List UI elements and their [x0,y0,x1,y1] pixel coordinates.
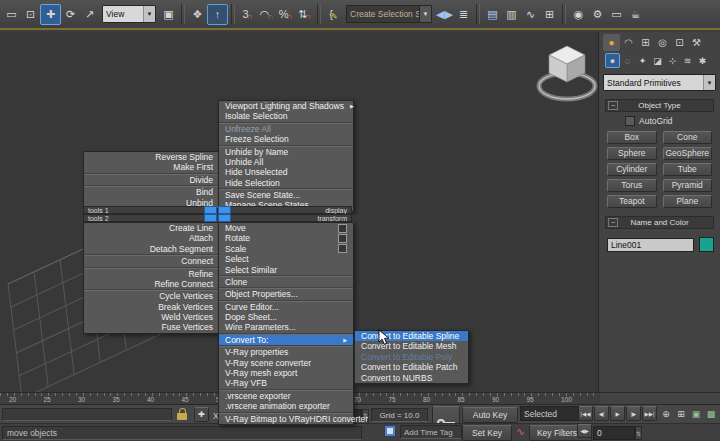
play-button[interactable]: ▶ [610,406,625,421]
box-button[interactable]: Box [607,131,657,144]
next-frame-button[interactable]: |▶ [626,406,641,421]
menu-item-refine[interactable]: Refine [84,269,219,279]
graphite-modeling-ribbon-icon[interactable]: ▥ [502,4,521,25]
menu-item-reverse-spline[interactable]: Reverse Spline [84,152,219,162]
menu-item-break-vertices[interactable]: Break Vertices [84,302,219,312]
object-name-input[interactable]: Line001 [607,238,694,252]
layer-manager-icon[interactable]: ▤ [483,4,502,25]
align-icon[interactable]: ≣ [454,4,473,25]
zoom-extents-icon[interactable]: ▣ [689,406,703,421]
menu-item-divide[interactable]: Divide [84,175,219,185]
reference-coordinate-system-dropdown[interactable]: View▼ [102,5,156,23]
menu-item-rotate[interactable]: Rotate [219,233,353,243]
menu-item-scale[interactable]: Scale [219,244,353,254]
zoom-icon[interactable]: ⊕ [659,406,673,421]
percent-snap-icon[interactable]: %∩ [276,4,295,25]
menu-item-cycle-vertices[interactable]: Cycle Vertices [84,291,219,301]
menu-item-convert-to-nurbs[interactable]: Convert to NURBS [355,373,468,383]
hierarchy-tab[interactable]: ⊞ [637,34,654,51]
lights-category-icon[interactable]: ✦ [635,53,650,68]
go-to-end-button[interactable]: ▶▶| [642,406,657,421]
menu-item-select-similar[interactable]: Select Similar [219,265,353,275]
menu-item-v-ray-vfb[interactable]: V-Ray VFB [219,378,353,388]
menu-item-viewport-lighting-and-shadows[interactable]: Viewport Lighting and Shadows▶ [219,101,353,111]
menu-item-create-line[interactable]: Create Line [84,223,219,233]
menu-item-convert-to-editable-spline[interactable]: Convert to Editable Spline [355,331,468,341]
menu-item-save-scene-state[interactable]: Save Scene State... [219,190,353,200]
motion-tab[interactable]: ◎ [654,34,671,51]
geosphere-button[interactable]: GeoSphere [663,147,713,160]
menu-item-convert-to[interactable]: Convert To:▶ [219,335,353,345]
create-tab[interactable]: ● [603,34,620,51]
geometry-category-icon[interactable]: ● [605,53,620,68]
chevron-down-icon[interactable]: ▼ [143,6,155,22]
key-mode-toggle-icon[interactable]: ◀▶ [577,424,592,438]
menu-item-clone[interactable]: Clone [219,277,353,287]
menu-item-select[interactable]: Select [219,254,353,264]
menu-item-attach[interactable]: Attach [84,233,219,243]
cone-button[interactable]: Cone [663,131,713,144]
chevron-down-icon[interactable]: ▼ [419,6,431,22]
chevron-down-icon[interactable]: ▼ [703,75,715,90]
menu-item-detach-segment[interactable]: Detach Segment [84,244,219,254]
named-selection-set-dropdown[interactable]: Create Selection Se▼ [346,5,432,23]
systems-category-icon[interactable]: ✱ [695,53,710,68]
absolute-mode-toggle-icon[interactable]: ✚ [194,407,209,422]
menu-item-move[interactable]: Move [219,223,353,233]
select-and-move-icon[interactable]: ✚ [40,4,61,25]
modify-tab[interactable]: ◠ [620,34,637,51]
edit-named-selection-sets-icon[interactable]: {✎ [324,4,343,25]
menu-item-connect[interactable]: Connect [84,256,219,266]
curve-editor-icon[interactable]: ∿ [521,4,540,25]
menu-item-weld-vertices[interactable]: Weld Vertices [84,312,219,322]
spinner-snap-icon[interactable]: ⇅∩ [295,4,314,25]
menu-item-wire-parameters[interactable]: Wire Parameters... [219,323,353,333]
add-time-tag-icon[interactable] [384,425,396,437]
rendered-frame-window-icon[interactable]: ▭ [607,4,626,25]
menu-item-hide-unselected[interactable]: Hide Unselected [219,167,353,177]
selection-lock-icon[interactable] [177,408,188,421]
menu-item-unfreeze-all[interactable]: Unfreeze All [219,124,353,134]
shapes-category-icon[interactable]: ◌ [620,53,635,68]
menu-item-v-ray-mesh-export[interactable]: V-Ray mesh export [219,368,353,378]
select-and-scale-icon[interactable]: ↗ [80,4,99,25]
cylinder-button[interactable]: Cylinder [607,163,657,176]
tube-button[interactable]: Tube [663,163,713,176]
menu-item-unhide-by-name[interactable]: Unhide by Name [219,147,353,157]
window-crossing-toggle-icon[interactable]: ⊡ [21,4,40,25]
menu-item-make-first[interactable]: Make First [84,162,219,172]
object-color-swatch[interactable] [699,237,714,252]
collapse-icon[interactable]: − [608,101,618,110]
menu-item-fuse-vertices[interactable]: Fuse Vertices [84,323,219,333]
render-production-icon[interactable]: ☕ [626,4,645,25]
menu-item-refine-connect[interactable]: Refine Connect [84,279,219,289]
menu-item-isolate-selection[interactable]: Isolate Selection [219,111,353,121]
snaps-toggle-3d-icon[interactable]: 3∩ [238,4,257,25]
menu-item-v-ray-properties[interactable]: V-Ray properties [219,347,353,357]
mirror-icon[interactable]: ◀▶ [435,4,454,25]
viewcube[interactable] [531,38,598,104]
menu-item-dope-sheet[interactable]: Dope Sheet... [219,312,353,322]
auto-key-button[interactable]: Auto Key [462,407,518,423]
select-and-rotate-icon[interactable]: ⟳ [61,4,80,25]
add-time-tag-field[interactable]: Add Time Tag [400,425,462,439]
menu-item-bind[interactable]: Bind [84,187,219,197]
pyramid-button[interactable]: Pyramid [663,179,713,192]
cameras-category-icon[interactable]: ◪ [650,53,665,68]
current-frame-field[interactable]: 0 [593,426,635,440]
menu-item-convert-to-editable-patch[interactable]: Convert to Editable Patch [355,362,468,372]
quad-center-square[interactable] [218,206,231,214]
zoom-all-icon[interactable]: ⊞ [674,406,688,421]
utilities-tab[interactable]: ⚒ [688,34,705,51]
zoom-extents-all-icon[interactable]: ▩ [704,406,718,421]
menu-item-hide-selection[interactable]: Hide Selection [219,178,353,188]
keyboard-shortcut-override-icon[interactable]: ↑ [207,4,228,25]
menu-item-convert-to-editable-mesh[interactable]: Convert to Editable Mesh [355,341,468,351]
collapse-icon[interactable]: − [608,218,618,227]
quad-center-square[interactable] [218,214,231,222]
menu-item-v-ray-scene-converter[interactable]: V-Ray scene converter [219,358,353,368]
sphere-button[interactable]: Sphere [607,147,657,160]
teapot-button[interactable]: Teapot [607,195,657,208]
material-editor-icon[interactable]: ◉ [569,4,588,25]
frame-spinner[interactable]: ⇅ [635,426,642,440]
